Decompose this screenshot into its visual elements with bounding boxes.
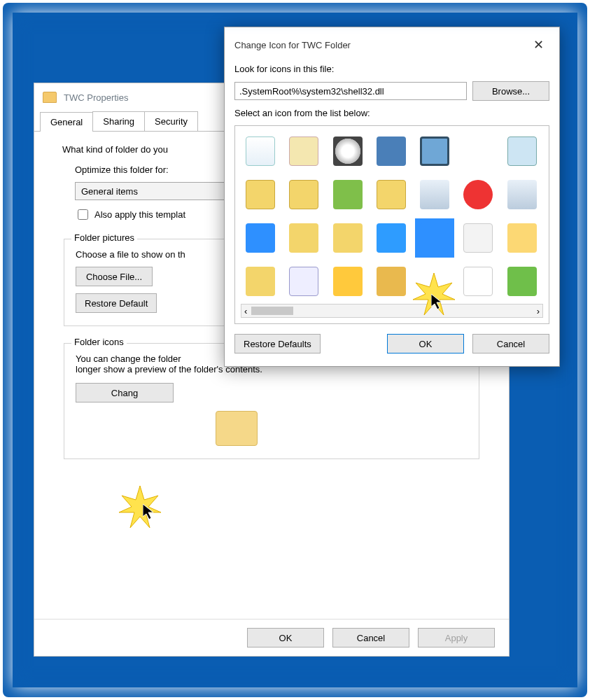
blank2-icon (420, 267, 449, 296)
checklist-icon (289, 267, 318, 296)
icon-option-selected-blank[interactable] (415, 218, 454, 258)
horizontal-scrollbar[interactable]: ‹ › (241, 304, 543, 318)
dialog-title: Change Icon for TWC Folder (234, 40, 351, 50)
icon-option-folder-computer[interactable] (328, 218, 367, 258)
folder-drive-icon (289, 180, 318, 209)
icon-option-magnifier-globe[interactable] (503, 132, 542, 171)
icon-option-star-favorite[interactable] (328, 262, 367, 301)
icon-option-folder-tools[interactable] (241, 262, 280, 301)
icon-option-drive-help[interactable] (415, 175, 454, 214)
change-icon-label: Chang (111, 388, 138, 398)
star-favorite-icon (333, 267, 363, 296)
folder-icon (43, 92, 57, 103)
tree-icon (333, 180, 363, 209)
scroll-left-icon[interactable]: ‹ (244, 306, 247, 316)
scroll-right-icon[interactable]: › (537, 306, 540, 316)
desktop-icon (246, 223, 275, 253)
close-icon[interactable]: ✕ (528, 34, 549, 55)
choose-file-button[interactable]: Choose File... (76, 267, 153, 286)
dialog-titlebar[interactable]: Change Icon for TWC Folder ✕ (225, 27, 559, 64)
apply-button[interactable]: Apply (418, 628, 495, 648)
refresh-icon (377, 223, 406, 253)
icon-option-id-card[interactable] (503, 175, 542, 214)
dialog-button-row: Restore Defaults OK Cancel (234, 324, 549, 356)
magnifier-globe-icon (507, 136, 537, 166)
icon-option-folder-drive[interactable] (284, 175, 323, 214)
icon-option-padlock[interactable] (372, 262, 411, 301)
icon-option-folder-pictures[interactable] (241, 175, 280, 214)
folder-pictures-icon (246, 180, 275, 209)
properties-button-row: OK Cancel Apply (34, 619, 509, 656)
current-folder-icon (216, 411, 258, 446)
cancel-button[interactable]: Cancel (332, 628, 409, 648)
properties-title: TWC Properties (64, 92, 128, 103)
select-icon-label: Select an icon from the list below: (234, 108, 549, 118)
look-label: Look for icons in this file: (234, 64, 549, 74)
icon-option-fax-printer[interactable] (503, 218, 542, 258)
icon-option-tree[interactable] (328, 175, 367, 214)
folder-icons-legend: Folder icons (71, 337, 127, 347)
icon-file-path-input[interactable] (234, 82, 467, 100)
icon-option-refresh[interactable] (372, 218, 411, 258)
folder-tools-icon (246, 267, 275, 296)
folder-pictures-legend: Folder pictures (71, 232, 137, 243)
icon-option-folder-up[interactable] (372, 175, 411, 214)
icon-option-disc-drive[interactable] (328, 132, 367, 171)
tab-sharing[interactable]: Sharing (92, 111, 145, 131)
icon-list: ‹ › (234, 125, 549, 324)
id-card-icon (507, 180, 537, 209)
folder-fonts-icon (289, 223, 318, 253)
scroll-thumb[interactable] (251, 307, 293, 315)
icon-option-blank2[interactable] (415, 262, 454, 301)
drive-help-icon (420, 180, 449, 209)
disc-drive-icon (333, 136, 363, 166)
icon-option-desktop[interactable] (241, 218, 280, 258)
selected-blank-icon (420, 223, 449, 253)
change-icon-dialog: Change Icon for TWC Folder ✕ Look for ic… (224, 27, 560, 367)
icon-option-key[interactable] (372, 132, 411, 171)
printer-add-icon (507, 267, 537, 296)
help-icon (463, 180, 493, 209)
icon-option-folder-fonts[interactable] (284, 218, 323, 258)
also-apply-checkbox[interactable] (78, 209, 88, 220)
icon-option-search-page[interactable] (458, 262, 498, 301)
icon-option-monitor-run[interactable] (415, 132, 454, 171)
control-panel-icon (289, 136, 318, 166)
icon-option-recycle-bin[interactable] (241, 132, 280, 171)
dialog-ok-button[interactable]: OK (387, 334, 464, 354)
icon-option-blank[interactable] (458, 132, 498, 171)
blank-icon (463, 136, 493, 166)
key-icon (377, 136, 406, 166)
folder-computer-icon (333, 223, 363, 253)
icon-option-help[interactable] (458, 175, 498, 214)
change-icon-button[interactable]: Chang (76, 383, 174, 402)
icon-option-printer-add[interactable] (503, 262, 542, 301)
folder-up-icon (377, 180, 406, 209)
tab-security[interactable]: Security (144, 111, 198, 131)
also-apply-label: Also apply this templat (94, 209, 185, 220)
restore-default-button[interactable]: Restore Default (76, 293, 157, 313)
icon-option-control-panel[interactable] (284, 132, 323, 171)
documents-stack-icon (463, 223, 493, 253)
icon-option-checklist[interactable] (284, 262, 323, 301)
dialog-cancel-button[interactable]: Cancel (472, 334, 549, 354)
fax-printer-icon (507, 223, 537, 253)
padlock-icon (377, 267, 406, 296)
monitor-run-icon (420, 136, 449, 166)
icon-option-documents-stack[interactable] (458, 218, 498, 258)
browse-button[interactable]: Browse... (472, 81, 549, 101)
search-page-icon (463, 267, 493, 296)
tab-general[interactable]: General (40, 112, 93, 132)
recycle-bin-icon (246, 136, 275, 166)
ok-button[interactable]: OK (247, 628, 324, 648)
restore-defaults-button[interactable]: Restore Defaults (234, 334, 321, 354)
